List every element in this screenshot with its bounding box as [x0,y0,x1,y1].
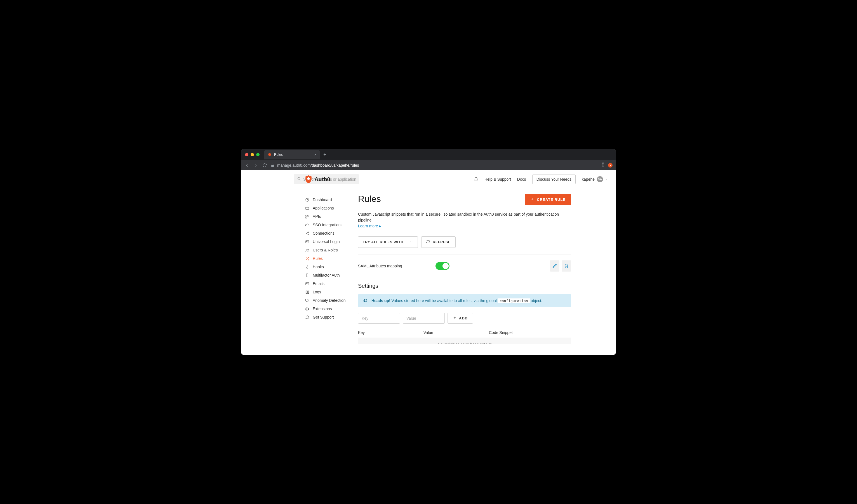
nav-back-button[interactable] [245,163,250,168]
phone-icon [305,273,309,278]
svg-line-13 [306,232,308,233]
help-support-link[interactable]: Help & Support [484,177,511,182]
create-rule-button[interactable]: CREATE RULE [525,194,571,205]
refresh-button[interactable]: REFRESH [421,236,455,248]
th-key: Key [358,330,423,335]
learn-more-link[interactable]: Learn more ▸ [358,224,381,228]
plus-icon [530,197,534,202]
rule-row: SAML Attributes mapping [358,255,571,277]
svg-line-23 [306,257,306,258]
svg-rect-9 [305,217,306,218]
nav-forward-button[interactable] [253,163,258,168]
tab-bar: Rules × + [241,149,616,160]
body-wrap: DashboardApplicationsAPIsSSO Integration… [241,188,616,344]
sidebar-item-multifactor-auth[interactable]: Multifactor Auth [305,271,358,280]
sidebar-item-hooks[interactable]: Hooks [305,263,358,271]
svg-rect-8 [307,215,308,216]
page-description: Custom Javascript snippets that run in a… [358,212,571,223]
value-input[interactable] [403,313,445,324]
sidebar-item-label: Multifactor Auth [313,273,340,278]
svg-point-10 [308,232,309,232]
sidebar-item-extensions[interactable]: Extensions [305,305,358,313]
window-maximize-icon[interactable] [256,153,259,156]
browser-tab[interactable]: Rules × [264,150,320,159]
th-value: Value [423,330,489,335]
sidebar-item-label: Logs [313,290,321,294]
sidebar-item-label: Anomaly Detection [313,298,346,303]
variables-empty-state: No variables have been set yet [358,338,571,344]
chat-icon [305,315,309,319]
svg-rect-0 [602,163,604,166]
svg-rect-7 [305,215,306,216]
window-close-icon[interactable] [245,153,248,156]
window-minimize-icon[interactable] [251,153,254,156]
extension-icon[interactable] [608,163,612,168]
sidebar: DashboardApplicationsAPIsSSO Integration… [305,194,358,344]
top-right-nav: Help & Support Docs Discuss Your Needs k… [474,174,608,184]
discuss-needs-button[interactable]: Discuss Your Needs [532,174,576,184]
sidebar-item-label: SSO Integrations [313,223,343,227]
heart-icon [305,298,309,303]
url-text: manage.auth0.com/dashboard/us/kapehe/rul… [277,163,359,168]
chip-icon [305,306,309,311]
sidebar-item-apis[interactable]: APIs [305,212,358,221]
sidebar-item-get-support[interactable]: Get Support [305,313,358,321]
username-label: kapehe [582,177,595,182]
sidebar-item-label: Users & Roles [313,248,338,252]
add-label: ADD [459,316,468,320]
notifications-icon[interactable] [474,177,478,182]
tab-close-icon[interactable]: × [314,152,317,157]
share-icon [305,231,309,235]
try-all-rules-button[interactable]: TRY ALL RULES WITH… [358,236,418,248]
add-variable-button[interactable]: ADD [448,313,473,324]
lock-icon [271,164,274,167]
action-row: TRY ALL RULES WITH… REFRESH [358,236,571,255]
docs-link[interactable]: Docs [517,177,526,182]
clipboard-icon[interactable] [601,163,605,168]
svg-line-14 [306,234,308,234]
sidebar-item-connections[interactable]: Connections [305,229,358,237]
svg-point-1 [610,165,611,166]
create-rule-label: CREATE RULE [537,198,566,202]
sidebar-item-anomaly-detection[interactable]: Anomaly Detection [305,296,358,305]
address-bar-row: manage.auth0.com/dashboard/us/kapehe/rul… [241,160,616,170]
sidebar-item-label: Universal Login [313,239,340,244]
nav-reload-button[interactable] [262,163,267,168]
plus-icon [453,316,457,320]
svg-point-12 [308,234,309,235]
new-tab-button[interactable]: + [323,152,326,158]
traffic-lights [245,153,259,156]
edit-rule-button[interactable] [550,261,559,272]
arrow-right-icon: ▸ [379,224,381,228]
sidebar-item-label: APIs [313,214,321,219]
brand-logo[interactable]: Auth0 [305,175,330,183]
logo-icon [305,175,312,183]
browser-window: Rules × + manage.auth0.com/dashboard/us/… [241,149,616,355]
rule-enabled-toggle[interactable] [436,262,450,270]
favicon-icon [267,152,272,157]
rule-actions [550,261,571,272]
megaphone-icon [363,298,368,303]
sidebar-item-universal-login[interactable]: Universal Login [305,237,358,246]
key-input[interactable] [358,313,400,324]
sidebar-item-dashboard[interactable]: Dashboard [305,196,358,204]
sidebar-item-label: Applications [313,206,334,210]
sidebar-item-emails[interactable]: Emails [305,280,358,288]
sidebar-item-logs[interactable]: Logs [305,288,358,296]
rule-name[interactable]: SAML Attributes mapping [358,264,402,268]
browser-chrome: Rules × + manage.auth0.com/dashboard/us/… [241,149,616,170]
sidebar-item-rules[interactable]: Rules [305,254,358,263]
book-icon [305,290,309,294]
sidebar-item-applications[interactable]: Applications [305,204,358,212]
blocks-icon [305,214,309,219]
sidebar-item-users-roles[interactable]: Users & Roles [305,246,358,254]
address-bar[interactable]: manage.auth0.com/dashboard/us/kapehe/rul… [271,163,597,168]
user-menu[interactable]: kapehe SA [582,176,608,182]
sidebar-item-sso-integrations[interactable]: SSO Integrations [305,221,358,229]
svg-point-19 [306,249,307,250]
chevron-down-icon [410,240,413,244]
sidebar-item-label: Emails [313,281,324,286]
delete-rule-button[interactable] [561,261,571,272]
search-icon [297,177,301,182]
page-header: Rules CREATE RULE [358,194,571,205]
